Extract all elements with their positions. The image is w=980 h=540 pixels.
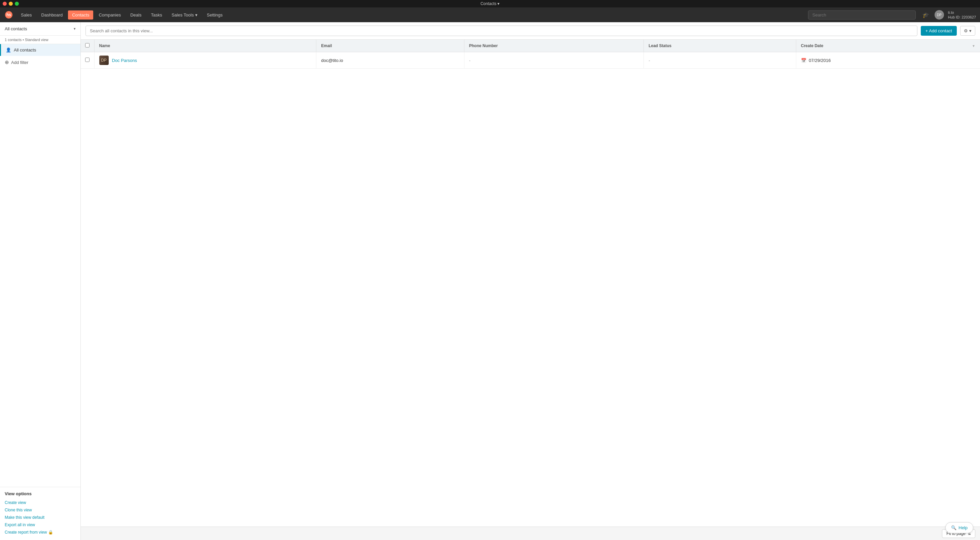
th-lead-status: Lead Status <box>644 40 796 52</box>
nav-settings[interactable]: Settings <box>203 10 227 19</box>
contact-create-date: 07/29/2016 <box>809 58 830 63</box>
export-all-label: Export all in view <box>5 522 35 527</box>
nav-sales[interactable]: Sales <box>17 10 36 19</box>
nav-contacts[interactable]: Contacts <box>68 10 93 19</box>
view-options-title: View options <box>5 491 76 496</box>
sidebar-header: All contacts ▾ <box>0 22 80 36</box>
nav-tasks[interactable]: Tasks <box>147 10 166 19</box>
content-toolbar: + Add contact ⚙ ▾ <box>81 22 980 40</box>
row-name-cell: DP Doc Parsons <box>94 52 317 68</box>
contact-email: doc@tito.io <box>321 58 343 63</box>
title-bar: Contacts ▾ <box>0 0 980 7</box>
search-contacts-input[interactable] <box>86 25 917 36</box>
contacts-table-container: Name Email Phone Number Lead Status <box>81 40 980 527</box>
export-all-button[interactable]: Export all in view <box>5 521 76 529</box>
chevron-down-icon[interactable]: ▾ <box>74 27 76 31</box>
user-info: ti.to Hub ID: 2203627 <box>948 10 976 20</box>
help-label: Help <box>958 525 967 530</box>
th-email: Email <box>317 40 465 52</box>
th-name[interactable]: Name <box>94 40 317 52</box>
content-area: + Add contact ⚙ ▾ Name <box>81 22 980 540</box>
add-filter-button[interactable]: ⊕ Add filter <box>0 56 80 68</box>
nav-companies[interactable]: Companies <box>95 10 125 19</box>
row-lead-status-cell: - <box>644 52 796 68</box>
chevron-down-icon: ▾ <box>969 28 972 33</box>
minimize-button[interactable] <box>9 2 13 6</box>
contact-lead-status: - <box>649 58 650 63</box>
window-title: Contacts ▾ <box>480 2 500 6</box>
plus-icon: ⊕ <box>5 59 9 65</box>
contact-name-link[interactable]: Doc Parsons <box>112 58 137 63</box>
make-default-button[interactable]: Make this view default <box>5 514 76 521</box>
th-phone: Phone Number <box>464 40 643 52</box>
clone-view-button[interactable]: Clone this view <box>5 507 76 514</box>
nav-search-input[interactable] <box>808 10 916 19</box>
sidebar-count: 1 contacts • Standard view <box>0 36 80 44</box>
avatar-image: DP <box>99 56 109 65</box>
add-contact-button[interactable]: + Add contact <box>921 26 957 36</box>
sidebar-item-all-contacts[interactable]: 👤 All contacts <box>0 44 80 56</box>
main-layout: All contacts ▾ 1 contacts • Standard vie… <box>0 22 980 540</box>
row-email-cell: doc@tito.io <box>317 52 465 68</box>
avatar: DP <box>935 10 944 19</box>
traffic-lights <box>3 2 19 6</box>
create-view-label: Create view <box>5 500 26 505</box>
table-row: DP Doc Parsons doc@tito.io - - <box>81 52 980 68</box>
hub-id: Hub ID: 2203627 <box>948 15 976 19</box>
close-button[interactable] <box>3 2 7 6</box>
clone-view-label: Clone this view <box>5 508 32 512</box>
nav-sales-tools[interactable]: Sales Tools ▾ <box>168 10 202 19</box>
sidebar-view-item-label: All contacts <box>14 48 36 53</box>
top-nav: hs Sales Dashboard Contacts Companies De… <box>0 7 980 22</box>
add-filter-label: Add filter <box>11 60 28 65</box>
bottom-bar: Fit to page ⇅ <box>81 527 980 540</box>
create-report-label: Create report from view <box>5 530 47 535</box>
settings-button[interactable]: ⚙ ▾ <box>960 26 975 36</box>
th-create-date[interactable]: Create Date ▼ <box>796 40 980 52</box>
make-default-label: Make this view default <box>5 515 45 520</box>
nav-dashboard[interactable]: Dashboard <box>37 10 67 19</box>
svg-text:hs: hs <box>6 13 11 17</box>
contacts-table: Name Email Phone Number Lead Status <box>81 40 980 68</box>
help-button[interactable]: 🔍 Help <box>945 522 973 533</box>
create-report-button[interactable]: Create report from view 🔒 <box>5 529 76 536</box>
sidebar-views: 👤 All contacts ⊕ Add filter <box>0 44 80 487</box>
user-name: ti.to <box>948 10 976 15</box>
row-create-date-cell: 📅 07/29/2016 <box>796 52 980 68</box>
lock-icon: 🔒 <box>48 530 53 535</box>
hubspot-logo: hs <box>4 10 13 19</box>
row-checkbox[interactable] <box>85 57 89 62</box>
people-icon: 👤 <box>6 48 11 53</box>
sidebar: All contacts ▾ 1 contacts • Standard vie… <box>0 22 81 540</box>
calendar-icon: 📅 <box>801 58 807 63</box>
nav-right: 🎓 DP ti.to Hub ID: 2203627 <box>921 10 976 20</box>
sidebar-view-name: All contacts <box>5 26 27 31</box>
checkbox-header <box>81 40 94 52</box>
maximize-button[interactable] <box>15 2 19 6</box>
contact-avatar: DP <box>99 56 109 65</box>
select-all-checkbox[interactable] <box>85 43 89 48</box>
sort-icon: ▼ <box>972 44 975 48</box>
row-phone-cell: - <box>464 52 643 68</box>
table-header-row: Name Email Phone Number Lead Status <box>81 40 980 52</box>
nav-deals[interactable]: Deals <box>126 10 145 19</box>
search-icon: 🔍 <box>951 525 956 530</box>
graduation-icon[interactable]: 🎓 <box>921 10 931 19</box>
create-view-button[interactable]: Create view <box>5 499 76 507</box>
contact-phone: - <box>469 58 471 63</box>
row-checkbox-cell <box>81 52 94 68</box>
gear-icon: ⚙ <box>964 28 968 33</box>
view-options-section: View options Create view Clone this view… <box>0 487 80 540</box>
